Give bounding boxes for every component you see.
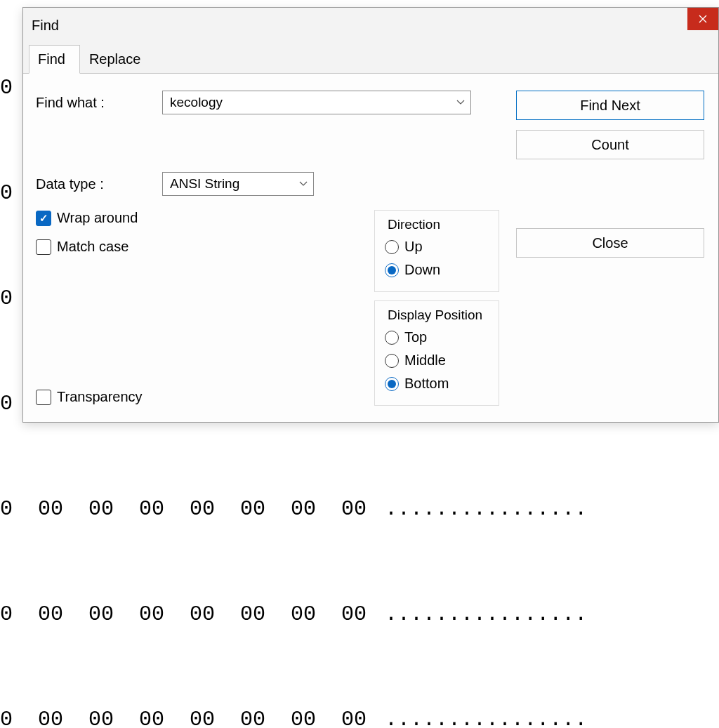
find-dialog: Find Find Replace Find what : kecology D… [22,7,719,423]
direction-down-radio[interactable]: Down [385,258,486,282]
display-top-radio[interactable]: Top [385,326,486,349]
find-what-input[interactable]: kecology [162,91,471,114]
transparency-checkbox[interactable]: Transparency [36,389,499,405]
tab-replace[interactable]: Replace [80,45,155,74]
direction-up-radio[interactable]: Up [385,235,486,258]
chevron-down-icon [299,179,308,189]
close-icon[interactable] [687,8,718,30]
checkbox-checked-icon: ✓ [36,211,51,226]
radio-selected-icon [385,263,399,277]
find-what-value: kecology [170,95,223,110]
find-what-label: Find what : [36,95,155,111]
display-middle-radio[interactable]: Middle [385,349,486,372]
tab-bar: Find Replace [23,44,718,74]
chevron-down-icon [456,98,465,107]
count-button[interactable]: Count [516,130,704,159]
wrap-around-checkbox[interactable]: ✓ Wrap around [36,210,218,226]
tab-find[interactable]: Find [29,45,80,74]
checkbox-icon [36,239,51,255]
data-type-value: ANSI String [170,176,239,192]
close-button[interactable]: Close [516,228,704,258]
checkbox-icon [36,390,51,405]
dialog-titlebar[interactable]: Find [23,8,718,43]
data-type-label: Data type : [36,176,155,192]
data-type-select[interactable]: ANSI String [162,172,314,196]
display-position-label: Display Position [385,307,485,323]
tab-body: Find what : kecology Data type : ANSI St… [23,74,718,422]
radio-icon [385,331,399,345]
direction-group: Direction Up Down [374,210,499,292]
radio-icon [385,240,399,254]
find-next-button[interactable]: Find Next [516,91,704,120]
dialog-title: Find [32,18,59,34]
radio-icon [385,354,399,368]
match-case-checkbox[interactable]: Match case [36,239,218,255]
direction-label: Direction [385,217,443,232]
